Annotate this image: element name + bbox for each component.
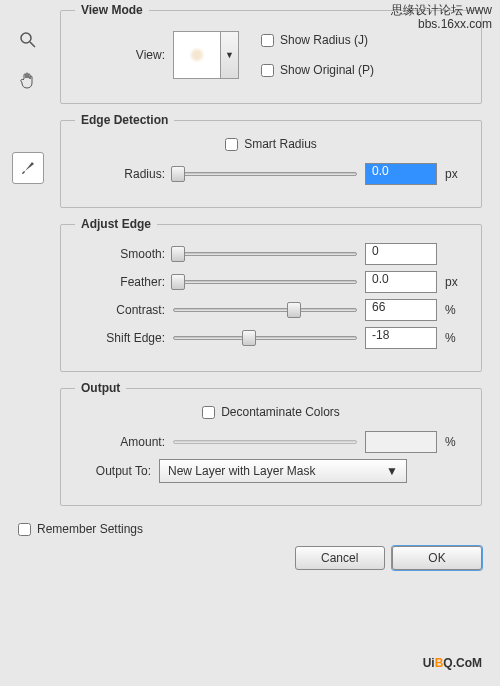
adjust-edge-legend: Adjust Edge — [75, 217, 157, 231]
show-original-box[interactable] — [261, 64, 274, 77]
contrast-input[interactable]: 66 — [365, 299, 437, 321]
hand-tool[interactable] — [12, 64, 44, 96]
watermark: 思缘设计论坛 www bbs.16xx.com — [391, 3, 492, 31]
amount-slider — [173, 440, 357, 444]
radius-slider[interactable] — [173, 172, 357, 176]
output-to-value: New Layer with Layer Mask — [168, 464, 315, 478]
smooth-slider[interactable] — [173, 252, 357, 256]
feather-input[interactable]: 0.0 — [365, 271, 437, 293]
decontaminate-label: Decontaminate Colors — [221, 405, 340, 419]
radius-label: Radius: — [75, 167, 165, 181]
adjust-edge-group: Adjust Edge Smooth: 0 Feather: 0.0 px Co… — [60, 224, 482, 372]
output-to-select[interactable]: New Layer with Layer Mask ▼ — [159, 459, 407, 483]
remember-label: Remember Settings — [37, 522, 143, 536]
shift-edge-input[interactable]: -18 — [365, 327, 437, 349]
radius-input[interactable]: 0.0 — [365, 163, 437, 185]
view-preview-dropdown[interactable]: ▼ — [173, 31, 239, 79]
radius-unit: px — [445, 167, 467, 181]
decontaminate-checkbox[interactable]: Decontaminate Colors — [202, 405, 340, 419]
chevron-down-icon: ▼ — [386, 464, 398, 478]
chevron-down-icon: ▼ — [221, 31, 239, 79]
brush-tool[interactable] — [12, 152, 44, 184]
feather-slider[interactable] — [173, 280, 357, 284]
svg-point-0 — [21, 33, 31, 43]
smart-radius-label: Smart Radius — [244, 137, 317, 151]
show-original-checkbox[interactable]: Show Original (P) — [261, 63, 374, 77]
remember-box[interactable] — [18, 523, 31, 536]
edge-detection-legend: Edge Detection — [75, 113, 174, 127]
show-radius-checkbox[interactable]: Show Radius (J) — [261, 33, 374, 47]
view-label: View: — [75, 48, 165, 62]
view-mode-legend: View Mode — [75, 3, 149, 17]
show-original-label: Show Original (P) — [280, 63, 374, 77]
smart-radius-box[interactable] — [225, 138, 238, 151]
shift-edge-unit: % — [445, 331, 467, 345]
cancel-button[interactable]: Cancel — [295, 546, 385, 570]
output-to-label: Output To: — [75, 464, 151, 478]
show-radius-label: Show Radius (J) — [280, 33, 368, 47]
brush-icon — [18, 158, 38, 178]
ok-button[interactable]: OK — [392, 546, 482, 570]
output-group: Output Decontaminate Colors Amount: % Ou… — [60, 388, 482, 506]
view-preview-swatch — [173, 31, 221, 79]
output-legend: Output — [75, 381, 126, 395]
feather-label: Feather: — [75, 275, 165, 289]
amount-unit: % — [445, 435, 467, 449]
brand-watermark: UiBQ.CoM — [423, 651, 482, 672]
amount-label: Amount: — [75, 435, 165, 449]
contrast-label: Contrast: — [75, 303, 165, 317]
shift-edge-label: Shift Edge: — [75, 331, 165, 345]
svg-line-1 — [30, 42, 35, 47]
remember-settings-checkbox[interactable]: Remember Settings — [18, 522, 500, 536]
zoom-tool[interactable] — [12, 24, 44, 56]
edge-detection-group: Edge Detection Smart Radius Radius: 0.0 … — [60, 120, 482, 208]
shift-edge-slider[interactable] — [173, 336, 357, 340]
smooth-label: Smooth: — [75, 247, 165, 261]
feather-unit: px — [445, 275, 467, 289]
smart-radius-checkbox[interactable]: Smart Radius — [225, 137, 317, 151]
contrast-unit: % — [445, 303, 467, 317]
amount-input — [365, 431, 437, 453]
tool-palette — [12, 24, 52, 192]
magnifier-icon — [18, 30, 38, 50]
decontaminate-box[interactable] — [202, 406, 215, 419]
hand-icon — [18, 70, 38, 90]
smooth-input[interactable]: 0 — [365, 243, 437, 265]
contrast-slider[interactable] — [173, 308, 357, 312]
show-radius-box[interactable] — [261, 34, 274, 47]
